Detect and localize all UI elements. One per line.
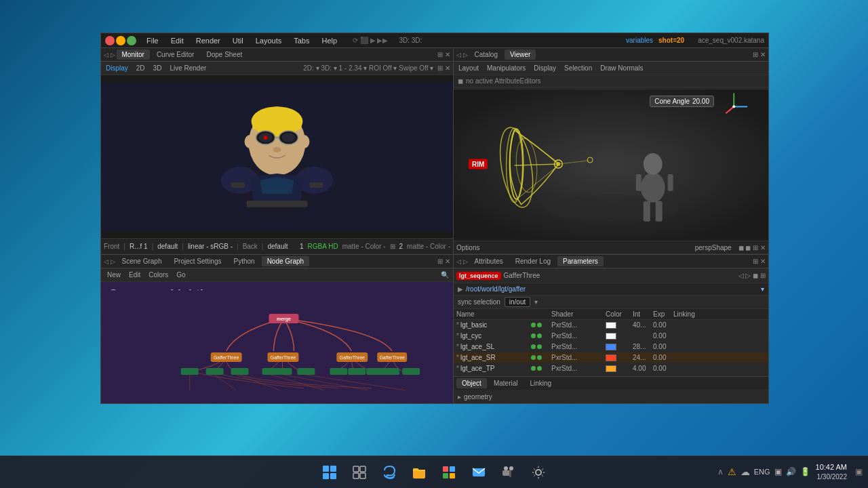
svg-rect-69 <box>330 473 336 479</box>
edit-button[interactable]: Edit <box>127 270 142 279</box>
table-row[interactable]: *lgt_ace_SL PxrStd... 28... 0.00 <box>454 342 768 352</box>
close-button[interactable] <box>105 36 115 45</box>
maximize-button[interactable] <box>127 36 136 45</box>
layout-btn[interactable]: Layout <box>456 64 481 73</box>
go-button[interactable]: Go <box>174 270 187 279</box>
options-label[interactable]: Options <box>456 244 479 251</box>
svg-rect-73 <box>360 473 366 479</box>
settings-icon[interactable] <box>525 459 552 486</box>
viewer-tabs: ◁ ▷ Catalog Viewer ⊞ ✕ <box>454 48 768 62</box>
tab-monitor[interactable]: Monitor <box>117 49 150 60</box>
menu-help[interactable]: Help <box>319 37 339 45</box>
row-name-4: *lgt_ace_TP <box>456 365 531 372</box>
display-live-btn[interactable]: Live Render <box>167 64 208 73</box>
svg-rect-58 <box>668 174 673 191</box>
display-btn[interactable]: Display <box>104 64 130 73</box>
taskbar-center <box>316 459 552 486</box>
table-row[interactable]: *lgt_cyc PxrStd... 0.00 <box>454 331 768 342</box>
display-btn-viewer[interactable]: Display <box>532 64 558 73</box>
draw-normals-btn[interactable]: Draw Normals <box>598 64 645 73</box>
tab-viewer[interactable]: Viewer <box>505 49 536 60</box>
gaffer-badge: GafferThree <box>504 272 540 279</box>
tab-attributes[interactable]: Attributes <box>469 256 509 266</box>
menu-edit[interactable]: Edit <box>169 37 186 45</box>
tab-project-settings[interactable]: Project Settings <box>168 256 226 266</box>
vp-bottom-right: 1 RGBA HD matte - Color - ⊞ 2 matte - Co… <box>300 243 450 250</box>
tab-parameters[interactable]: Parameters <box>557 256 604 266</box>
menu-file[interactable]: File <box>144 37 161 45</box>
row-icon-dot-4a <box>531 366 536 371</box>
menu-util[interactable]: Util <box>231 37 245 45</box>
left-panel: ◁ ▷ Monitor Curve Editor Dope Sheet ⊞ ✕ … <box>101 48 454 403</box>
col-header-color: Color <box>606 310 633 318</box>
svg-rect-68 <box>323 473 329 479</box>
minimize-button[interactable] <box>116 36 125 45</box>
character-svg <box>101 75 453 238</box>
notification-icon[interactable]: ▣ <box>855 467 863 476</box>
taskbar-time[interactable]: 10:42 AM 1/30/2022 <box>816 462 847 482</box>
row-color-4 <box>606 365 633 372</box>
row-shader-2: PxrStd... <box>551 343 606 350</box>
svg-rect-71 <box>360 466 366 472</box>
attr-panel-tabs: ◁ ▷ Attributes Render Log Parameters ⊞ ✕ <box>454 255 768 268</box>
mail-icon[interactable] <box>465 459 492 486</box>
date-display: 1/30/2022 <box>816 472 847 482</box>
tab-render-log[interactable]: Render Log <box>510 256 556 266</box>
tab-catalog[interactable]: Catalog <box>469 49 503 60</box>
menu-layouts[interactable]: Layouts <box>254 37 284 45</box>
menu-render[interactable]: Render <box>194 37 222 45</box>
tab-python[interactable]: Python <box>229 256 260 266</box>
file-explorer-icon[interactable] <box>406 459 433 486</box>
path-text: /root/world/lgt/gaffer <box>466 285 526 293</box>
row-icon-dot-2a <box>531 344 536 349</box>
svg-text:GafferThree: GafferThree <box>340 355 366 360</box>
row-exp-3: 0.00 <box>653 354 673 361</box>
tab-curve-editor[interactable]: Curve Editor <box>151 49 200 60</box>
table-row[interactable]: *lgt_basic PxrStd... 40... 0.00 <box>454 320 768 331</box>
row-icon-dot-0b <box>537 323 542 327</box>
row-color-0 <box>606 322 633 329</box>
manipulators-btn[interactable]: Manipulators <box>485 64 528 73</box>
tab-node-graph[interactable]: Node Graph <box>262 256 309 266</box>
store-icon[interactable] <box>435 459 462 486</box>
rgba-hd-label: RGBA HD <box>308 243 338 250</box>
sync-value[interactable]: in/out <box>505 297 530 307</box>
svg-rect-60 <box>656 201 663 222</box>
node-graph-canvas[interactable]: Sequence Lighting <box>101 282 453 403</box>
colors-button[interactable]: Colors <box>146 270 170 279</box>
svg-point-83 <box>509 466 513 470</box>
table-row[interactable]: *lgt_ace_TP PxrStd... 4.00 0.00 <box>454 363 768 374</box>
warning-icon: ⚠ <box>728 466 736 477</box>
3d-viewport[interactable]: Cone Angle 20.00 RIM <box>454 87 768 241</box>
tab-scene-graph[interactable]: Scene Graph <box>117 256 167 266</box>
window-controls[interactable] <box>105 36 136 45</box>
edge-icon[interactable] <box>376 459 403 486</box>
monitor-tabs: ◁ ▷ Monitor Curve Editor Dope Sheet ⊞ ✕ <box>101 48 453 62</box>
display-3d-btn[interactable]: 3D <box>151 64 164 73</box>
display-2d-btn[interactable]: 2D <box>134 64 147 73</box>
attr-icon: ◼ <box>458 77 463 85</box>
tools-icon[interactable] <box>495 459 522 486</box>
battery-icon: 🔋 <box>800 467 810 476</box>
tab-dope-sheet[interactable]: Dope Sheet <box>201 49 248 60</box>
selection-btn[interactable]: Selection <box>562 64 594 73</box>
row-icon-dot-3b <box>537 355 542 360</box>
tab-material[interactable]: Material <box>488 378 524 388</box>
monitor-viewport <box>101 75 453 238</box>
svg-rect-66 <box>323 466 329 472</box>
new-button[interactable]: New <box>105 270 123 279</box>
color-swatch-3 <box>606 354 616 361</box>
start-button[interactable] <box>316 459 343 486</box>
chevron-icon[interactable]: ∧ <box>717 467 724 476</box>
menu-tabs[interactable]: Tabs <box>292 37 311 45</box>
col-header-name: Name <box>456 310 531 318</box>
svg-text:merge: merge <box>277 317 291 322</box>
node-graph-svg: merge GafferThree GafferThree GafferThre… <box>101 282 453 403</box>
ng-toolbar-right: 🔍 <box>441 271 449 279</box>
svg-rect-34 <box>231 368 249 375</box>
tab-object[interactable]: Object <box>456 378 487 388</box>
tab-linking[interactable]: Linking <box>524 378 557 388</box>
table-row[interactable]: *lgt_ace_SR PxrStd... 24... 0.00 <box>454 352 768 363</box>
row-shader-4: PxrStd... <box>551 365 606 372</box>
task-view-button[interactable] <box>346 459 373 486</box>
